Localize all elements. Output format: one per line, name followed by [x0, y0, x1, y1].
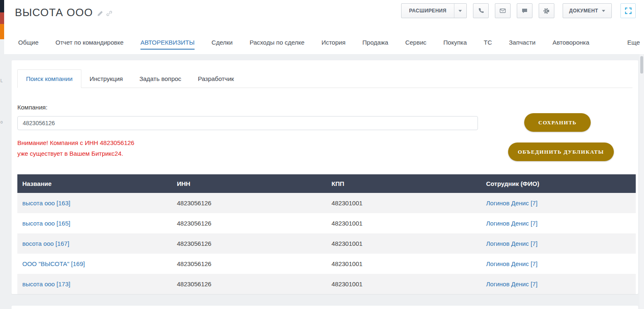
gear-icon	[543, 7, 550, 14]
main-tabs-list: Общие Отчет по командировке АВТОРЕКВИЗИТ…	[18, 39, 589, 50]
table-row: восота ооо [167] 4823056126 482301001 Ло…	[17, 233, 636, 254]
employee-link[interactable]: Логинов Денис [7]	[486, 200, 537, 207]
main-tab[interactable]: Запчасти	[509, 39, 535, 50]
inner-tab[interactable]: Задать вопрос	[131, 69, 189, 88]
employee-cell: Логинов Денис [7]	[481, 240, 636, 247]
extensions-dropdown-arrow[interactable]	[454, 4, 466, 18]
sidebar-text-fragment: L	[0, 78, 3, 83]
table-body: высота ооо [163] 4823056126 482301001 Ло…	[17, 193, 636, 294]
name-cell: высота ооо [173]	[17, 280, 172, 288]
phone-button[interactable]	[473, 3, 489, 18]
inner-tab[interactable]: Поиск компании	[17, 69, 81, 88]
main-tab[interactable]: Автоворонка	[552, 39, 589, 50]
inner-tab[interactable]: Инструкция	[81, 69, 131, 88]
table-row: ООО "ВЫСОТА" [169] 4823056126 482301001 …	[17, 254, 636, 274]
main-tab[interactable]: Сделки	[211, 39, 233, 50]
main-tab[interactable]: Продажа	[362, 39, 388, 50]
extensions-button-label: РАСШИРЕНИЯ	[402, 8, 454, 14]
employee-cell: Логинов Денис [7]	[481, 220, 636, 227]
main-tab[interactable]: Отчет по командировке	[55, 39, 124, 50]
company-search-input[interactable]	[17, 116, 478, 130]
kpp-cell: 482301001	[327, 200, 481, 207]
sidebar-text-fragment: o	[0, 120, 3, 124]
document-button-label: ДОКУМЕНТ	[569, 8, 598, 14]
table-header-cell: Сотрудник (ФИО)	[481, 180, 636, 187]
autorequisites-panel: Поиск компании Инструкция Задать вопрос …	[12, 60, 638, 294]
email-button[interactable]	[495, 3, 511, 18]
name-cell: ООО "ВЫСОТА" [169]	[17, 260, 172, 267]
name-cell: восота ооо [167]	[17, 240, 172, 247]
kpp-cell: 482301001	[327, 260, 481, 267]
document-button[interactable]: ДОКУМЕНТ	[563, 3, 612, 18]
main-tab[interactable]: АВТОРЕКВИЗИТЫ	[140, 39, 195, 50]
expand-icon	[625, 7, 632, 14]
employee-cell: Логинов Денис [7]	[481, 280, 636, 288]
main-tab[interactable]: Общие	[18, 39, 38, 50]
table-row: высота ооо [165] 4823056126 482301001 Ло…	[17, 213, 636, 233]
employee-link[interactable]: Логинов Денис [7]	[486, 260, 537, 267]
copy-link-icon[interactable]	[106, 10, 112, 17]
kpp-cell: 482301001	[327, 220, 481, 227]
inn-cell: 4823056126	[172, 200, 326, 207]
inner-tab[interactable]: Разработчик	[190, 69, 242, 88]
main-tab[interactable]: ТС	[484, 39, 492, 50]
main-tab-more[interactable]: Еще	[627, 39, 640, 49]
collapsed-sidebar[interactable]: L o	[0, 0, 4, 309]
table-row: высота ооо [163] 4823056126 482301001 Ло…	[17, 193, 636, 213]
employee-cell: Логинов Денис [7]	[481, 200, 636, 207]
employee-link[interactable]: Логинов Денис [7]	[486, 280, 537, 288]
kpp-cell: 482301001	[327, 240, 481, 247]
name-cell: высота ооо [163]	[17, 200, 172, 207]
sidebar-logo-orange-fragment	[0, 24, 4, 39]
company-name-link[interactable]: восота ооо [167]	[22, 240, 69, 247]
main-tab[interactable]: Расходы по сделке	[250, 39, 304, 50]
table-header-cell: Название	[17, 180, 172, 187]
phone-icon	[478, 7, 484, 14]
settings-button[interactable]	[539, 3, 554, 18]
scrollbar-thumb[interactable]	[640, 56, 643, 74]
company-name-link[interactable]: высота ооо [173]	[22, 280, 70, 288]
main-tab-bar: Общие Отчет по командировке АВТОРЕКВИЗИТ…	[4, 25, 644, 54]
fullscreen-button[interactable]	[620, 3, 636, 18]
chevron-down-icon	[602, 10, 605, 12]
sidebar-logo-red-fragment	[0, 12, 4, 24]
chat-button[interactable]	[517, 3, 532, 18]
sidebar-dark-fragment	[0, 0, 4, 12]
name-cell: высота ооо [165]	[17, 220, 172, 227]
main-tab[interactable]: Покупка	[443, 39, 467, 50]
table-row: высота ооо [173] 4823056126 482301001 Ло…	[17, 274, 636, 294]
table-header-cell: КПП	[327, 180, 481, 187]
duplicates-table: Название ИНН КПП Сотрудник (ФИО) высота …	[17, 174, 636, 294]
edit-title-icon[interactable]	[97, 10, 103, 17]
inn-cell: 4823056126	[172, 220, 326, 227]
table-header-row: Название ИНН КПП Сотрудник (ФИО)	[17, 174, 636, 193]
company-name-link[interactable]: высота ооо [165]	[22, 220, 70, 227]
save-button[interactable]: СОХРАНИТЬ	[524, 113, 591, 132]
inn-cell: 4823056126	[172, 280, 326, 288]
triangle-down-icon	[459, 10, 462, 12]
main-tab[interactable]: Сервис	[405, 39, 426, 50]
inn-cell: 4823056126	[172, 240, 326, 247]
table-header-cell: ИНН	[172, 180, 326, 187]
page-title: ВЫСОТА ООО	[15, 6, 93, 19]
inner-tab-bar: Поиск компании Инструкция Задать вопрос …	[17, 69, 632, 88]
company-name-link[interactable]: ООО "ВЫСОТА" [169]	[22, 260, 85, 267]
main-tab[interactable]: История	[321, 39, 345, 50]
mail-icon	[499, 7, 506, 14]
header-toolbar: РАСШИРЕНИЯ ДОКУМ	[401, 3, 636, 18]
employee-cell: Логинов Денис [7]	[481, 260, 636, 267]
employee-link[interactable]: Логинов Денис [7]	[486, 220, 537, 227]
kpp-cell: 482301001	[327, 280, 481, 288]
chat-icon	[521, 7, 528, 14]
company-field-label: Компания:	[17, 104, 638, 111]
merge-duplicates-button[interactable]: ОБЪЕДИНИТЬ ДУБЛИКАТЫ	[508, 143, 614, 161]
vertical-scrollbar[interactable]	[639, 54, 644, 309]
employee-link[interactable]: Логинов Денис [7]	[486, 240, 537, 247]
extensions-button[interactable]: РАСШИРЕНИЯ	[401, 3, 467, 18]
next-section-edge	[12, 306, 638, 309]
company-name-link[interactable]: высота ооо [163]	[22, 200, 70, 207]
inn-cell: 4823056126	[172, 260, 326, 267]
